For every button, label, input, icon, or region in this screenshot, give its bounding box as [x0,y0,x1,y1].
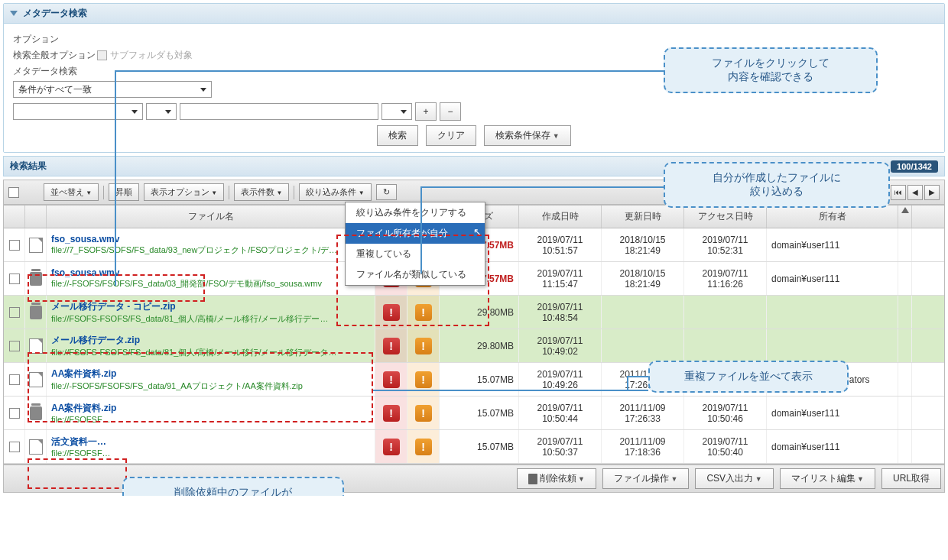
prev-page-button[interactable]: ◀ [907,185,923,200]
csv-button[interactable]: CSV入出力 [695,468,773,489]
row-checkbox[interactable] [9,442,20,452]
callout-duplicate: 重複ファイルを並べて表示 [648,361,849,393]
asc-button[interactable]: 昇順 [109,183,139,201]
file-name[interactable]: 活文資料一… [51,435,370,448]
general-option-label: 検索全般オプション [13,49,97,62]
filter-owner-self-item[interactable]: ファイル所有者が自分 ↖ [346,223,485,244]
col-filename[interactable]: ファイル名 [47,206,375,228]
row-checkbox[interactable] [9,240,20,251]
clear-button[interactable]: クリア [426,125,476,146]
url-button[interactable]: URL取得 [881,468,941,489]
search-panel-header[interactable]: メタデータ検索 [4,4,944,24]
mylist-button[interactable]: マイリスト編集 [780,468,875,489]
add-criteria-button[interactable]: + [415,102,437,121]
created-date: 2019/07/1111:15:47 [519,262,602,295]
alert-badge-orange: ! [415,439,432,455]
first-page-button[interactable]: ⏮ [891,185,906,200]
callout-file-click: ファイルをクリックして内容を確認できる [664,47,878,93]
display-options-button[interactable]: 表示オプション [144,183,224,201]
row-checkbox[interactable] [9,307,20,318]
filter-duplicate-item[interactable]: 重複している [346,244,485,264]
trash-icon [528,474,537,484]
file-name[interactable]: メール移行データ - コピー.zip [51,300,370,313]
callout-owner-filter: 自分が作成したファイルに絞り込める [664,162,890,208]
file-size: 15.07MB [477,374,514,385]
file-path: file://-FSOFS/FSOFS/FS_data/91_AAプロジェクト/… [51,380,370,392]
file-operation-button[interactable]: ファイル操作 [602,468,689,489]
save-conditions-button[interactable]: 検索条件保存 [484,125,570,146]
search-button[interactable]: 検索 [377,125,418,146]
modified-date: 2018/10/1518:21:49 [602,228,684,261]
file-name[interactable]: メール移行データ.zip [51,334,370,347]
file-name[interactable]: fso_sousa.wmv [51,267,370,278]
row-checkbox[interactable] [9,374,20,385]
row-checkbox[interactable] [9,408,20,419]
created-date: 2019/07/1110:51:57 [519,228,602,261]
next-page-button[interactable]: ▶ [924,185,940,200]
table-row[interactable]: 活文資料一…file://FSOFSF…!!15.07MB2019/07/111… [4,430,944,464]
accessed-date [684,329,767,362]
alert-badge-orange: ! [415,405,432,422]
alert-badge-red: ! [383,405,400,422]
meta-search-label: メタデータ検索 [13,65,97,78]
col-created[interactable]: 作成日時 [519,206,602,228]
option-label: オプション [13,33,97,46]
display-count-button[interactable]: 表示件数 [234,183,289,201]
created-date: 2019/07/1110:49:02 [519,329,602,362]
file-size: 29.80MB [477,341,514,351]
file-size: 15.07MB [477,442,514,452]
file-icon [29,238,43,253]
filter-similar-name-item[interactable]: ファイル名が類似している [346,264,485,285]
table-row[interactable]: メール移行データ.zipfile://FSOFS-FSOFS/FS_data/8… [4,329,944,363]
modified-date [602,296,684,329]
owner [767,296,898,329]
filter-button[interactable]: 絞り込み条件 [299,183,371,201]
select-all-checkbox[interactable] [8,187,19,198]
file-name[interactable]: fso_sousa.wmv [51,234,370,244]
file-name[interactable]: AA案件資料.zip [51,367,370,380]
condition-select[interactable]: 条件がすべて一致 [13,81,212,98]
alert-badge-red: ! [383,439,400,455]
scroll-up-icon[interactable] [901,207,909,213]
delete-request-button[interactable]: 削除依頼 [517,468,596,489]
accessed-date [684,296,767,329]
owner: domain¥user111 [767,397,898,429]
file-icon [29,372,43,387]
alert-badge-red: ! [383,371,400,388]
filter-dropdown: 絞り込み条件をクリアする ファイル所有者が自分 ↖ 重複している ファイル名が類… [345,202,485,286]
file-name[interactable]: AA案件資料.zip [51,402,370,415]
file-path: file://FSOFSF… [51,415,370,424]
file-icon [29,439,43,455]
collapse-icon [10,11,18,16]
criteria-op-select[interactable] [146,103,177,120]
filter-clear-item[interactable]: 絞り込み条件をクリアする [346,202,485,223]
file-path: file://FSOFSF… [51,448,370,458]
remove-criteria-button[interactable]: − [440,102,461,121]
created-date: 2019/07/1110:50:37 [519,430,602,463]
modified-date [602,329,684,362]
accessed-date: 2019/07/1111:16:26 [684,262,767,295]
criteria-field-select[interactable] [13,103,143,120]
refresh-button[interactable]: ↻ [376,184,397,200]
trash-icon [30,406,42,420]
modified-date: 2011/11/0917:26:33 [602,397,684,429]
trash-icon [30,306,42,319]
file-path: file://-FSOFS/FSOFS/FS_data/03_開発部/FSO/デ… [51,278,370,290]
criteria-value-input[interactable] [180,103,378,120]
results-title: 検索結果 [10,160,47,173]
row-checkbox[interactable] [9,341,20,351]
file-path: file://FSOFS-FSOFS/FS_data/81_個人/高橋/メール移… [51,313,370,325]
file-size: 29.80MB [477,307,514,318]
row-checkbox[interactable] [9,274,20,284]
col-owner[interactable]: 所有者 [767,206,898,228]
col-accessed[interactable]: アクセス日時 [684,206,767,228]
alert-badge-red: ! [383,338,400,354]
table-row[interactable]: AA案件資料.zipfile://FSOFSF…!!15.07MB2019/07… [4,397,944,430]
criteria-unit-select[interactable] [381,103,412,120]
file-size: 15.07MB [477,408,514,419]
table-row[interactable]: メール移行データ - コピー.zipfile://FSOFS-FSOFS/FS_… [4,296,944,329]
col-modified[interactable]: 更新日時 [602,206,684,228]
results-counter: 100/1342 [891,160,938,173]
sort-button[interactable]: 並べ替え [44,183,99,201]
file-path: file://FSOFS-FSOFS/FS_data/81_個人/高橋/メール移… [51,347,370,358]
